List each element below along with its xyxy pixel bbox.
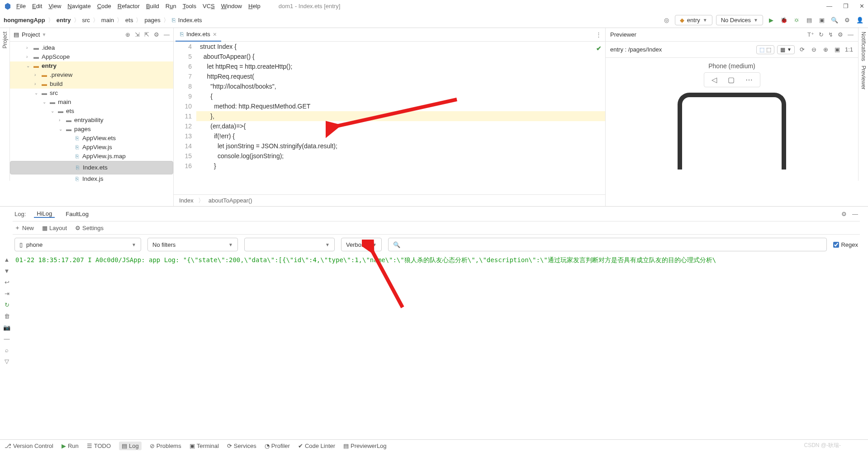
tab-faultlog[interactable]: FaultLog (63, 211, 91, 217)
tree-node[interactable]: ⌄▬src (10, 89, 173, 98)
tree-node[interactable]: ›▬entryability (10, 116, 173, 125)
status-terminal[interactable]: ▣Terminal (190, 443, 219, 449)
sidetab-previewer[interactable]: Previewer (860, 66, 867, 89)
maximize-icon[interactable]: ❐ (843, 3, 849, 9)
tab-hilog[interactable]: HiLog (34, 210, 55, 218)
status-previewerlog[interactable]: ▤PreviewerLog (343, 443, 387, 449)
status-profiler[interactable]: ◔Profiler (265, 443, 290, 449)
scroll-up-icon[interactable]: ▲ (4, 256, 10, 263)
status-bar: ⎇Version Control ▶Run ☰TODO ▤Log ⊘Proble… (0, 439, 868, 452)
device-selector[interactable]: No Devices▼ (716, 15, 763, 25)
wrap-icon[interactable]: ↩ (5, 279, 9, 286)
rotate-icon[interactable]: ⟳ (797, 45, 806, 54)
regex-checkbox[interactable]: Regex (833, 241, 858, 248)
photo-icon[interactable]: 📷 (3, 324, 10, 331)
screenshot-icon[interactable]: ▣ (833, 45, 842, 54)
tree-node[interactable]: ⎘AppView.js.map (10, 152, 173, 161)
sidetab-notifications[interactable]: Notifications (860, 32, 867, 61)
tree-node[interactable]: ⎘Index.js (10, 174, 173, 184)
target-icon[interactable]: ◎ (662, 16, 671, 25)
gear-icon[interactable]: ⚙ (154, 31, 159, 38)
log-search-input[interactable]: 🔍 (388, 238, 827, 251)
close-icon[interactable]: ✕ (859, 3, 864, 9)
inspector-toggle[interactable]: ⬚⬚ (756, 45, 774, 54)
device-select[interactable]: ▯phone▼ (14, 238, 141, 251)
layout-button[interactable]: ▦Layout (42, 225, 67, 231)
menu-build: Build (146, 3, 159, 9)
tree-node[interactable]: ⌄▬pages (10, 125, 173, 134)
gear-icon[interactable]: ⚙ (838, 31, 843, 38)
minimize-icon[interactable]: — (826, 3, 832, 9)
status-problems[interactable]: ⊘Problems (150, 443, 181, 449)
zoom-out-icon[interactable]: ⊖ (809, 45, 818, 54)
coverage-icon[interactable]: ⛭ (792, 16, 801, 25)
menu-refactor: Refactor (118, 3, 140, 9)
filter-select[interactable]: No filters▼ (147, 238, 238, 251)
array-select[interactable]: ▼ (244, 238, 335, 251)
funnel-icon[interactable]: ▽ (5, 358, 9, 365)
log-label: Log: (14, 211, 26, 217)
tree-node[interactable]: ⌄▬main (10, 98, 173, 107)
locate-icon[interactable]: ⊕ (125, 31, 130, 38)
status-vcs[interactable]: ⎇Version Control (5, 443, 53, 449)
layout-mode[interactable]: ▦▼ (777, 45, 795, 54)
menu-run: Run (166, 3, 176, 9)
account-icon[interactable]: 👤 (855, 16, 864, 25)
close-tab-icon[interactable]: × (213, 31, 217, 38)
menu-file: File (16, 3, 26, 9)
preview-controls[interactable]: ◁▢⋯ (704, 72, 760, 87)
tree-node[interactable]: ›▬.idea (10, 43, 173, 52)
status-log[interactable]: ▤Log (119, 442, 142, 450)
tree-node[interactable]: ›▬.preview (10, 71, 173, 80)
status-todo[interactable]: ☰TODO (87, 443, 111, 449)
refresh-icon[interactable]: ↻ (819, 31, 824, 38)
tree-node[interactable]: ⌄▬entry (10, 61, 173, 71)
code-editor[interactable]: struct Index { aboutToAppear() { let htt… (196, 42, 605, 194)
profile-icon[interactable]: ▤ (805, 16, 814, 25)
main-menu[interactable]: File Edit View Navigate Code Refactor Bu… (16, 3, 261, 9)
sync-icon[interactable]: ↯ (828, 31, 833, 38)
status-run[interactable]: ▶Run (62, 443, 79, 449)
match-icon[interactable]: ⌕ (5, 347, 9, 353)
text-icon[interactable]: T⁺ (807, 31, 814, 38)
collapse-icon[interactable]: ⇱ (144, 31, 149, 38)
window-title: dom1 - Index.ets [entry] (279, 3, 826, 9)
zoom-in-icon[interactable]: ⊕ (821, 45, 830, 54)
level-select[interactable]: Verbose▼ (341, 238, 382, 251)
hide-icon[interactable]: — (164, 31, 170, 38)
run-config-selector[interactable]: ◆ entry▼ (675, 15, 712, 25)
tree-node[interactable]: ⎘AppView.js (10, 143, 173, 152)
gear-icon[interactable]: ⚙ (841, 211, 847, 217)
tree-node[interactable]: ⎘AppView.ets (10, 134, 173, 143)
home-icon: ▢ (728, 75, 735, 84)
trash-icon[interactable]: 🗑 (4, 313, 10, 320)
debug-icon[interactable]: 🐞 (779, 16, 788, 25)
log-output[interactable]: 01-22 18:35:17.207 I A0c0d0/JSApp: app L… (12, 254, 860, 377)
tabs-more-icon[interactable]: ⋮ (596, 31, 602, 38)
tree-node[interactable]: ⎘Index.ets (10, 161, 173, 174)
scroll-down-icon[interactable]: ▼ (4, 268, 10, 274)
menu-help: Help (248, 3, 261, 9)
hide-icon[interactable]: — (852, 211, 858, 217)
run-icon[interactable]: ▶ (767, 16, 776, 25)
breadcrumb[interactable]: hongmengApp〉 entry〉 src〉 main〉 ets〉 page… (4, 16, 202, 24)
phone-frame (678, 93, 786, 170)
settings-button[interactable]: ⚙Settings (75, 225, 104, 231)
editor-breadcrumb[interactable]: Index〉aboutToAppear() (174, 194, 605, 206)
settings-icon[interactable]: ⚙ (843, 16, 852, 25)
search-icon[interactable]: 🔍 (830, 16, 839, 25)
tree-node[interactable]: ›▬build (10, 80, 173, 89)
new-button[interactable]: ＋New (14, 224, 34, 232)
tree-node[interactable]: ⌄▬ets (10, 107, 173, 116)
reload-icon[interactable]: ↻ (5, 301, 9, 308)
tab-index-ets[interactable]: ⎘ Index.ets × (175, 28, 221, 42)
status-codelinter[interactable]: ✔Code Linter (298, 443, 335, 449)
sidetab-project[interactable]: Project (2, 32, 8, 48)
status-services[interactable]: ⟳Services (227, 443, 256, 449)
tree-node[interactable]: ›▬AppScope (10, 52, 173, 61)
project-tree[interactable]: ›▬.idea›▬AppScope⌄▬entry›▬.preview›▬buil… (10, 42, 173, 206)
export-icon[interactable]: ⇥ (5, 290, 9, 297)
hide-icon[interactable]: — (848, 31, 854, 38)
expand-icon[interactable]: ⇲ (135, 31, 140, 38)
attach-icon[interactable]: ▣ (817, 16, 826, 25)
